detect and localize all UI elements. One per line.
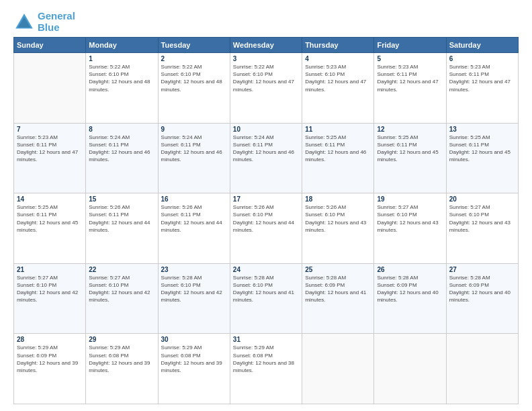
day-info: Sunrise: 5:22 AMSunset: 6:10 PMDaylight:… <box>161 63 227 93</box>
day-cell: 25Sunrise: 5:28 AMSunset: 6:09 PMDayligh… <box>302 263 374 334</box>
day-cell: 7Sunrise: 5:23 AMSunset: 6:11 PMDaylight… <box>14 123 86 193</box>
day-number: 16 <box>161 195 227 203</box>
day-info: Sunrise: 5:25 AMSunset: 6:11 PMDaylight:… <box>377 134 443 164</box>
day-cell: 21Sunrise: 5:27 AMSunset: 6:10 PMDayligh… <box>14 263 86 334</box>
day-number: 4 <box>305 55 371 62</box>
day-cell: 22Sunrise: 5:27 AMSunset: 6:10 PMDayligh… <box>86 263 158 334</box>
day-cell <box>446 334 518 404</box>
day-info: Sunrise: 5:27 AMSunset: 6:10 PMDaylight:… <box>449 203 515 234</box>
day-cell: 27Sunrise: 5:28 AMSunset: 6:09 PMDayligh… <box>446 263 518 334</box>
day-number: 27 <box>449 266 515 273</box>
day-cell: 19Sunrise: 5:27 AMSunset: 6:10 PMDayligh… <box>374 193 446 264</box>
day-number: 17 <box>233 195 299 203</box>
day-info: Sunrise: 5:28 AMSunset: 6:10 PMDaylight:… <box>233 274 299 304</box>
day-info: Sunrise: 5:29 AMSunset: 6:08 PMDaylight:… <box>161 344 227 374</box>
day-cell: 9Sunrise: 5:24 AMSunset: 6:11 PMDaylight… <box>158 123 230 193</box>
day-info: Sunrise: 5:25 AMSunset: 6:11 PMDaylight:… <box>449 134 515 164</box>
day-info: Sunrise: 5:26 AMSunset: 6:11 PMDaylight:… <box>89 203 154 234</box>
day-cell: 6Sunrise: 5:23 AMSunset: 6:11 PMDaylight… <box>446 53 518 124</box>
day-info: Sunrise: 5:26 AMSunset: 6:11 PMDaylight:… <box>161 203 227 234</box>
day-info: Sunrise: 5:28 AMSunset: 6:10 PMDaylight:… <box>161 274 227 304</box>
day-cell: 3Sunrise: 5:22 AMSunset: 6:10 PMDaylight… <box>230 53 302 124</box>
day-info: Sunrise: 5:24 AMSunset: 6:11 PMDaylight:… <box>89 134 154 164</box>
day-info: Sunrise: 5:28 AMSunset: 6:09 PMDaylight:… <box>377 274 443 304</box>
col-header-thursday: Thursday <box>302 38 374 53</box>
day-cell: 31Sunrise: 5:29 AMSunset: 6:08 PMDayligh… <box>230 334 302 404</box>
day-cell: 12Sunrise: 5:25 AMSunset: 6:11 PMDayligh… <box>374 123 446 193</box>
day-info: Sunrise: 5:27 AMSunset: 6:10 PMDaylight:… <box>377 203 443 234</box>
day-cell <box>374 334 446 404</box>
day-number: 3 <box>233 55 299 62</box>
day-info: Sunrise: 5:23 AMSunset: 6:11 PMDaylight:… <box>17 134 83 164</box>
day-number: 25 <box>305 266 371 273</box>
day-number: 30 <box>161 336 227 343</box>
header-row: SundayMondayTuesdayWednesdayThursdayFrid… <box>14 38 519 53</box>
day-cell: 18Sunrise: 5:26 AMSunset: 6:10 PMDayligh… <box>302 193 374 264</box>
day-info: Sunrise: 5:25 AMSunset: 6:11 PMDaylight:… <box>17 203 83 234</box>
day-number: 21 <box>17 266 83 273</box>
day-cell: 11Sunrise: 5:25 AMSunset: 6:11 PMDayligh… <box>302 123 374 193</box>
day-info: Sunrise: 5:27 AMSunset: 6:10 PMDaylight:… <box>17 274 83 304</box>
day-cell: 2Sunrise: 5:22 AMSunset: 6:10 PMDaylight… <box>158 53 230 124</box>
col-header-friday: Friday <box>374 38 446 53</box>
day-cell: 29Sunrise: 5:29 AMSunset: 6:08 PMDayligh… <box>86 334 158 404</box>
day-cell: 16Sunrise: 5:26 AMSunset: 6:11 PMDayligh… <box>158 193 230 264</box>
day-cell <box>302 334 374 404</box>
day-cell: 24Sunrise: 5:28 AMSunset: 6:10 PMDayligh… <box>230 263 302 334</box>
logo: General Blue <box>13 11 75 33</box>
col-header-sunday: Sunday <box>14 38 86 53</box>
col-header-saturday: Saturday <box>446 38 518 53</box>
day-number: 12 <box>377 126 443 133</box>
week-row-4: 21Sunrise: 5:27 AMSunset: 6:10 PMDayligh… <box>14 263 519 334</box>
day-cell: 8Sunrise: 5:24 AMSunset: 6:11 PMDaylight… <box>86 123 158 193</box>
day-number: 13 <box>449 126 515 133</box>
day-number: 28 <box>17 336 83 343</box>
day-number: 6 <box>449 55 515 62</box>
day-cell: 10Sunrise: 5:24 AMSunset: 6:11 PMDayligh… <box>230 123 302 193</box>
col-header-tuesday: Tuesday <box>158 38 230 53</box>
day-number: 14 <box>17 195 83 203</box>
day-cell <box>14 53 86 124</box>
day-number: 10 <box>233 126 299 133</box>
day-cell: 26Sunrise: 5:28 AMSunset: 6:09 PMDayligh… <box>374 263 446 334</box>
day-cell: 17Sunrise: 5:26 AMSunset: 6:10 PMDayligh… <box>230 193 302 264</box>
day-number: 5 <box>377 55 443 62</box>
day-info: Sunrise: 5:22 AMSunset: 6:10 PMDaylight:… <box>233 63 299 93</box>
day-number: 9 <box>161 126 227 133</box>
day-number: 18 <box>305 195 371 203</box>
day-number: 2 <box>161 55 227 62</box>
calendar-table: SundayMondayTuesdayWednesdayThursdayFrid… <box>13 37 519 404</box>
logo-text: General Blue <box>38 11 75 33</box>
day-number: 22 <box>89 266 154 273</box>
page: General Blue SundayMondayTuesdayWednesda… <box>0 0 532 411</box>
day-cell: 30Sunrise: 5:29 AMSunset: 6:08 PMDayligh… <box>158 334 230 404</box>
week-row-2: 7Sunrise: 5:23 AMSunset: 6:11 PMDaylight… <box>14 123 519 193</box>
day-info: Sunrise: 5:26 AMSunset: 6:10 PMDaylight:… <box>233 203 299 234</box>
day-number: 31 <box>233 336 299 343</box>
day-number: 8 <box>89 126 154 133</box>
day-number: 26 <box>377 266 443 273</box>
day-cell: 5Sunrise: 5:23 AMSunset: 6:11 PMDaylight… <box>374 53 446 124</box>
day-info: Sunrise: 5:29 AMSunset: 6:08 PMDaylight:… <box>89 344 154 374</box>
day-info: Sunrise: 5:26 AMSunset: 6:10 PMDaylight:… <box>305 203 371 234</box>
day-cell: 20Sunrise: 5:27 AMSunset: 6:10 PMDayligh… <box>446 193 518 264</box>
col-header-monday: Monday <box>86 38 158 53</box>
day-number: 1 <box>89 55 154 62</box>
day-info: Sunrise: 5:28 AMSunset: 6:09 PMDaylight:… <box>449 274 515 304</box>
day-number: 24 <box>233 266 299 273</box>
day-cell: 4Sunrise: 5:23 AMSunset: 6:10 PMDaylight… <box>302 53 374 124</box>
day-number: 7 <box>17 126 83 133</box>
day-info: Sunrise: 5:24 AMSunset: 6:11 PMDaylight:… <box>161 134 227 164</box>
day-cell: 28Sunrise: 5:29 AMSunset: 6:09 PMDayligh… <box>14 334 86 404</box>
day-cell: 14Sunrise: 5:25 AMSunset: 6:11 PMDayligh… <box>14 193 86 264</box>
day-cell: 23Sunrise: 5:28 AMSunset: 6:10 PMDayligh… <box>158 263 230 334</box>
day-info: Sunrise: 5:23 AMSunset: 6:10 PMDaylight:… <box>305 63 371 93</box>
col-header-wednesday: Wednesday <box>230 38 302 53</box>
week-row-5: 28Sunrise: 5:29 AMSunset: 6:09 PMDayligh… <box>14 334 519 404</box>
day-info: Sunrise: 5:27 AMSunset: 6:10 PMDaylight:… <box>89 274 154 304</box>
day-cell: 15Sunrise: 5:26 AMSunset: 6:11 PMDayligh… <box>86 193 158 264</box>
day-info: Sunrise: 5:28 AMSunset: 6:09 PMDaylight:… <box>305 274 371 304</box>
logo-icon <box>13 11 35 33</box>
week-row-3: 14Sunrise: 5:25 AMSunset: 6:11 PMDayligh… <box>14 193 519 264</box>
day-cell: 13Sunrise: 5:25 AMSunset: 6:11 PMDayligh… <box>446 123 518 193</box>
